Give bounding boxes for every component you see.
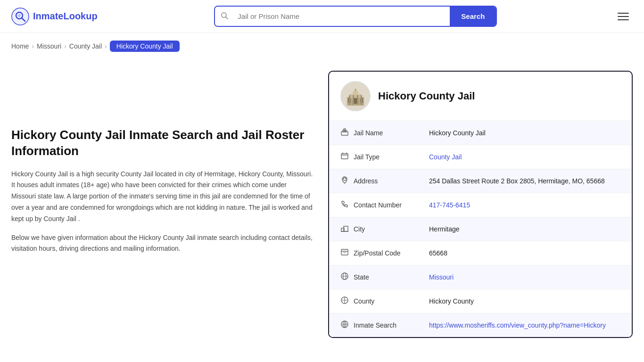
- jail-name-value: Hickory County Jail: [429, 129, 620, 137]
- right-column: Hickory County Jail Jail Name Hickory Co…: [328, 71, 633, 338]
- svg-rect-19: [344, 129, 346, 131]
- county-icon: [340, 296, 354, 306]
- main-content: Hickory County Jail Inmate Search and Ja…: [0, 59, 644, 357]
- jail-name-label: Jail Name: [354, 129, 429, 137]
- logo-text: InmateLookup: [33, 11, 98, 22]
- county-value: Hickory County: [429, 297, 620, 305]
- hamburger-menu[interactable]: [614, 9, 633, 24]
- address-value: 254 Dallas Street Route 2 Box 2805, Herm…: [429, 177, 620, 185]
- contact-number-value: 417-745-6415: [429, 201, 620, 209]
- svg-rect-9: [355, 89, 356, 92]
- svg-rect-14: [353, 95, 354, 105]
- search-area: Search: [214, 6, 497, 27]
- breadcrumb-missouri[interactable]: Missouri: [37, 42, 61, 50]
- zip-value: 65668: [429, 249, 620, 257]
- svg-rect-28: [341, 249, 348, 255]
- breadcrumb-sep-1: ›: [32, 42, 34, 50]
- info-row-address: Address 254 Dallas Street Route 2 Box 28…: [329, 169, 632, 193]
- inmate-search-link[interactable]: https://www.mosheriffs.com/view_county.p…: [429, 321, 606, 329]
- jail-avatar: [340, 81, 371, 111]
- info-row-city: City Hermitage: [329, 217, 632, 241]
- breadcrumb: Home › Missouri › County Jail › Hickory …: [0, 33, 644, 59]
- state-label: State: [354, 273, 429, 281]
- svg-rect-8: [353, 91, 358, 95]
- info-row-zip: Zip/Postal Code 65668: [329, 241, 632, 265]
- info-card: Hickory County Jail Jail Name Hickory Co…: [328, 71, 633, 338]
- inmate-search-label: Inmate Search: [354, 321, 429, 329]
- info-row-state: State Missouri: [329, 265, 632, 289]
- svg-rect-11: [354, 98, 357, 104]
- zip-label: Zip/Postal Code: [354, 249, 429, 257]
- search-icon: [215, 7, 234, 26]
- jail-type-link[interactable]: County Jail: [429, 153, 462, 161]
- city-icon: [340, 224, 354, 234]
- address-label: Address: [354, 177, 429, 185]
- jail-type-label: Jail Type: [354, 153, 429, 161]
- info-row-county: County Hickory County: [329, 289, 632, 313]
- svg-rect-13: [349, 95, 350, 105]
- breadcrumb-sep-2: ›: [64, 42, 66, 50]
- page-desc-2: Below we have given information about th…: [11, 232, 313, 255]
- svg-point-3: [18, 14, 21, 17]
- breadcrumb-current: Hickory County Jail: [110, 41, 180, 52]
- inmate-search-value: https://www.mosheriffs.com/view_county.p…: [429, 321, 620, 329]
- svg-rect-15: [357, 95, 358, 105]
- header: InmateLookup Search: [0, 0, 644, 33]
- state-value: Missouri: [429, 273, 620, 281]
- zip-icon: [340, 248, 354, 258]
- svg-rect-7: [350, 94, 361, 98]
- jail-type-icon: [340, 152, 354, 162]
- card-title: Hickory County Jail: [378, 90, 475, 102]
- hamburger-line-1: [618, 13, 629, 14]
- svg-line-5: [226, 17, 228, 19]
- breadcrumb-home[interactable]: Home: [11, 42, 29, 50]
- svg-point-24: [343, 178, 346, 181]
- state-icon: [340, 272, 354, 282]
- search-input[interactable]: [234, 8, 450, 25]
- page-heading: Hickory County Jail Inmate Search and Ja…: [11, 127, 313, 159]
- svg-rect-20: [341, 154, 348, 159]
- breadcrumb-sep-3: ›: [105, 42, 107, 50]
- jail-type-value: County Jail: [429, 153, 620, 161]
- search-button[interactable]: Search: [450, 7, 496, 26]
- search-wrapper: Search: [214, 6, 497, 27]
- hamburger-line-2: [618, 16, 629, 17]
- info-row-contact: Contact Number 417-745-6415: [329, 193, 632, 217]
- county-label: County: [354, 297, 429, 305]
- hamburger-line-3: [618, 19, 629, 20]
- address-icon: [340, 176, 354, 186]
- inmate-search-icon: [340, 320, 354, 330]
- logo-icon: [11, 8, 29, 25]
- card-header: Hickory County Jail: [329, 72, 632, 121]
- info-row-jail-type: Jail Type County Jail: [329, 145, 632, 169]
- jail-building-icon: [343, 84, 368, 108]
- svg-rect-16: [361, 95, 362, 105]
- phone-link[interactable]: 417-745-6415: [429, 201, 470, 209]
- city-label: City: [354, 225, 429, 233]
- left-column: Hickory County Jail Inmate Search and Ja…: [11, 71, 313, 338]
- jail-name-icon: [340, 128, 354, 138]
- logo-link[interactable]: InmateLookup: [11, 8, 98, 25]
- state-link[interactable]: Missouri: [429, 273, 454, 281]
- phone-icon: [340, 200, 354, 210]
- contact-number-label: Contact Number: [354, 201, 429, 209]
- info-row-inmate-search: Inmate Search https://www.mosheriffs.com…: [329, 313, 632, 337]
- breadcrumb-county-jail[interactable]: County Jail: [69, 42, 102, 50]
- info-row-jail-name: Jail Name Hickory County Jail: [329, 121, 632, 145]
- page-desc-1: Hickory County Jail is a high security C…: [11, 169, 313, 225]
- city-value: Hermitage: [429, 225, 620, 233]
